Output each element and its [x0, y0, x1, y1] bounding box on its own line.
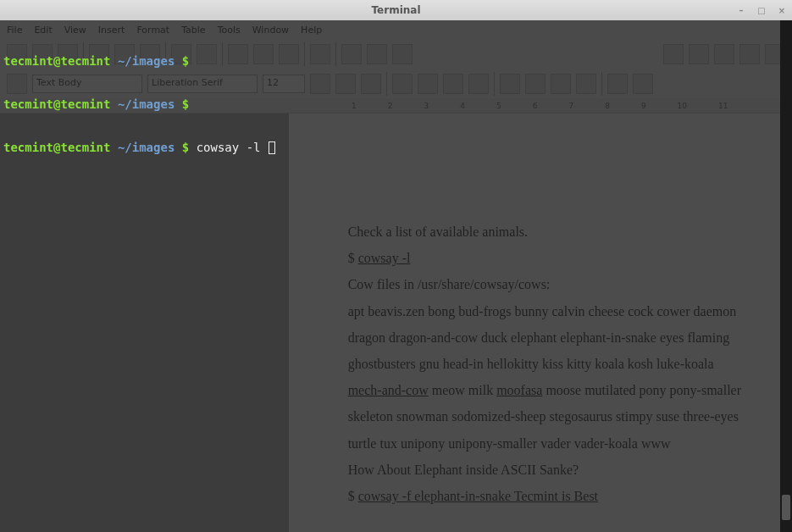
scrollbar-thumb[interactable]: [782, 495, 790, 520]
bg-doc-line: How About Elephant inside ASCII Sanke?: [348, 457, 741, 483]
terminal-line: tecmint@tecmint ~/images $: [3, 54, 776, 69]
bg-doc-line: $ cowsay -f elephant-in-snake Tecmint is…: [348, 483, 741, 509]
bg-doc-line: Cow files in /usr/share/cowsay/cows:: [348, 271, 741, 297]
window-controls: – □ ×: [734, 0, 789, 20]
maximize-button[interactable]: □: [755, 3, 768, 17]
bg-doc-line: $ cowsay -l: [348, 245, 741, 271]
bg-sidebar: [0, 114, 289, 532]
bg-doc-line: turtle tux unipony unipony-smaller vader…: [348, 430, 741, 457]
terminal-line: tecmint@tecmint ~/images $ cowsay -l: [3, 141, 776, 155]
terminal-cursor: [269, 141, 275, 154]
bg-doc-line: mech-and-cow meow milk moofasa moose mut…: [348, 377, 741, 403]
terminal-scrollbar[interactable]: [780, 20, 792, 532]
bg-doc-line: apt beavis.zen bong bud-frogs bunny calv…: [348, 298, 741, 324]
bg-doc-line: ghostbusters gnu head-in hellokitty kiss…: [348, 351, 741, 377]
bg-doc-line: Check a list of available animals.: [348, 219, 741, 245]
window-title: Terminal: [371, 4, 420, 16]
terminal-output[interactable]: tecmint@tecmint ~/images $ tecmint@tecmi…: [0, 20, 779, 175]
minimize-button[interactable]: –: [734, 3, 748, 17]
close-button[interactable]: ×: [775, 3, 789, 17]
bg-doc-line: skeleton snowman sodomized-sheep stegosa…: [348, 403, 741, 429]
bg-page: Check a list of available animals. $ cow…: [289, 114, 792, 532]
terminal-line: tecmint@tecmint ~/images $: [3, 97, 776, 112]
bg-document-area: Check a list of available animals. $ cow…: [0, 114, 792, 532]
bg-doc-line: dragon dragon-and-cow duck elephant elep…: [348, 324, 741, 351]
window-titlebar: Terminal – □ ×: [0, 0, 792, 20]
